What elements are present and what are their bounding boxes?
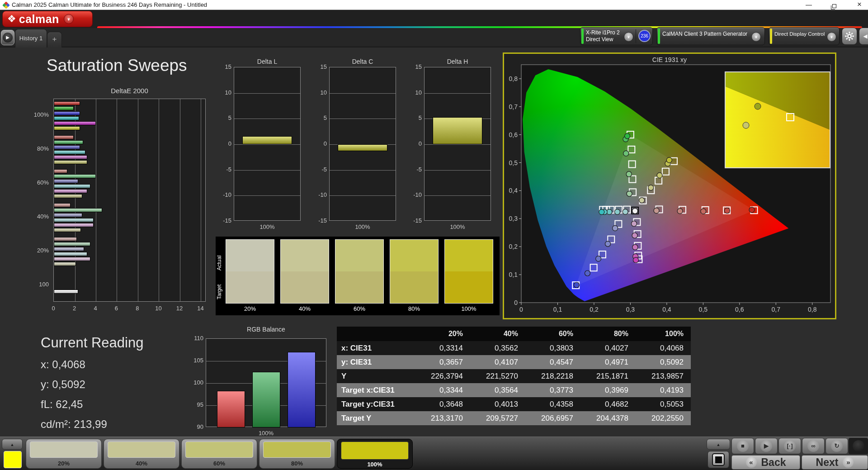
rgb-plot (206, 338, 326, 427)
chevron-down-icon[interactable]: ▼ (624, 32, 633, 42)
table-value: 0,4107 (470, 355, 525, 369)
status-indicator-button[interactable] (849, 438, 868, 454)
table-header-cell: 60% (525, 327, 580, 341)
actual-swatch (335, 240, 383, 271)
logo-menu-chevron-icon[interactable]: ▼ (64, 14, 74, 24)
meter-count-badge[interactable]: 236 (638, 30, 651, 42)
swatch-column-label: 100% (444, 305, 493, 312)
next-arrow-icon: » (843, 457, 854, 468)
deltae-bar (54, 247, 84, 251)
y-tick-label: 10 (217, 89, 231, 96)
swatch-cell-80%[interactable] (390, 239, 439, 304)
pattern-window-up-button[interactable]: ▲ (2, 439, 23, 450)
deltae-bar (54, 228, 81, 232)
deltae-bar (54, 160, 87, 164)
x-tick-label: 4 (89, 305, 102, 312)
table-value: 226,3794 (415, 369, 470, 383)
target-swatch (390, 271, 438, 303)
actual-swatch (390, 240, 438, 271)
chevron-down-icon[interactable]: ▼ (751, 32, 761, 42)
window-titlebar: Calman 2025 Calman Ultimate for Business… (0, 0, 868, 10)
y-tick-label: 5 (217, 114, 231, 121)
continuous-measure-button[interactable]: ∞ (802, 438, 825, 454)
delta_l-plot (234, 67, 301, 221)
restore-button[interactable] (826, 0, 842, 10)
pattern-patch-100%[interactable]: 100% (337, 439, 413, 469)
table-value: 0,4971 (580, 355, 636, 369)
single-measure-button-icon: [·] (784, 440, 796, 452)
svg-text:0: 0 (519, 306, 523, 313)
calman-logo-button[interactable]: ❖ calman ▼ (2, 11, 93, 27)
svg-text:0,5: 0,5 (509, 159, 518, 166)
meter-window-up-button[interactable]: ▲ (707, 439, 730, 450)
gridline (138, 99, 138, 301)
deltae-bar (54, 140, 83, 144)
deltae-bar (54, 290, 78, 294)
actual-row-label: Actual (216, 249, 223, 276)
table-value: 209,5727 (470, 411, 525, 425)
deltae-bar (54, 223, 94, 227)
table-header-cell: 100% (636, 327, 691, 341)
table-value: 0,3344 (415, 383, 470, 397)
table-row: Target x:CIE310,33440,35640,37730,39690,… (337, 383, 691, 397)
gridline (201, 99, 201, 301)
minimize-button[interactable]: — (801, 0, 816, 10)
single-measure-button[interactable]: [·] (778, 438, 801, 454)
swatch-cell-40%[interactable] (280, 239, 329, 304)
x-axis-label: 100% (234, 223, 301, 230)
svg-text:0,8: 0,8 (808, 306, 817, 313)
swatch-column-label: 80% (390, 305, 439, 312)
x-axis-label: 100% (206, 430, 326, 437)
table-value: 0,3969 (580, 383, 636, 397)
chevron-down-icon[interactable]: ▼ (827, 32, 836, 42)
x-axis-label: 100% (424, 223, 491, 230)
svg-text:0,4: 0,4 (509, 187, 518, 194)
back-label: Back (761, 456, 786, 469)
stop-button[interactable]: ■ (731, 438, 754, 454)
close-button[interactable]: × (852, 0, 867, 10)
deltae-bar (54, 101, 80, 105)
brand-bar: ❖ calman ▼ (0, 10, 868, 28)
add-tab-button[interactable]: + (47, 32, 62, 47)
tab-history-1[interactable]: History 1 (15, 29, 47, 47)
bottom-bar: ▲ 20%40%60%80%100% ▲ ■▶[·]∞↻ « Back Next… (0, 437, 868, 470)
swatch-cell-20%[interactable] (226, 239, 274, 304)
patch-color (341, 442, 409, 460)
settings-button[interactable] (842, 28, 857, 45)
y-tick-label: 10 (407, 89, 422, 96)
meter-dropdown[interactable]: X-Rite i1Pro 2 Direct View ▼ 236 (580, 27, 653, 45)
rgb-balance-chart: RGB Balance1101051009590100% (190, 325, 331, 442)
svg-text:0,6: 0,6 (735, 306, 744, 313)
back-button[interactable]: « Back (731, 455, 800, 470)
refresh-button[interactable]: ↻ (826, 438, 848, 454)
table-row: Y226,3794221,5270218,2218215,1871213,985… (337, 369, 691, 383)
next-button[interactable]: Next » (802, 455, 868, 470)
gridline (425, 170, 491, 171)
swatch-cell-60%[interactable] (335, 239, 384, 304)
table-value: 204,4378 (580, 411, 636, 425)
pattern-patch-20%[interactable]: 20% (26, 439, 102, 469)
deltae-bar (54, 169, 67, 173)
collapse-panel-button[interactable]: ◀ (859, 28, 868, 45)
y-tick-label: 0 (312, 140, 327, 147)
display-control-dropdown[interactable]: Direct Display Control ▼ (769, 27, 840, 45)
play-button[interactable]: ▶ (755, 438, 778, 454)
current-pattern-color[interactable] (4, 451, 22, 468)
pattern-window-toggle-button[interactable] (708, 451, 729, 468)
pattern-patch-40%[interactable]: 40% (104, 439, 179, 469)
deltae-bar (54, 135, 74, 139)
patch-label: 40% (104, 460, 179, 467)
continuous-measure-button-icon: ∞ (807, 440, 819, 452)
y-tick-label: 110 (190, 335, 203, 342)
deltae-plot (53, 99, 206, 302)
swatch-cell-100%[interactable] (444, 239, 493, 304)
pattern-generator-dropdown[interactable]: CalMAN Client 3 Pattern Generator ▼ (656, 27, 765, 45)
table-value: 0,4027 (580, 341, 636, 355)
deltae-bar (54, 194, 82, 198)
deltae-bar (54, 174, 96, 178)
pattern-patch-60%[interactable]: 60% (181, 439, 257, 469)
layout-nav-button[interactable]: ▶ (1, 30, 14, 45)
pattern-patch-80%[interactable]: 80% (259, 439, 335, 469)
deltae-bar (54, 155, 87, 159)
delta-h-chart: Delta H151050-5-10-15100% (407, 58, 493, 235)
